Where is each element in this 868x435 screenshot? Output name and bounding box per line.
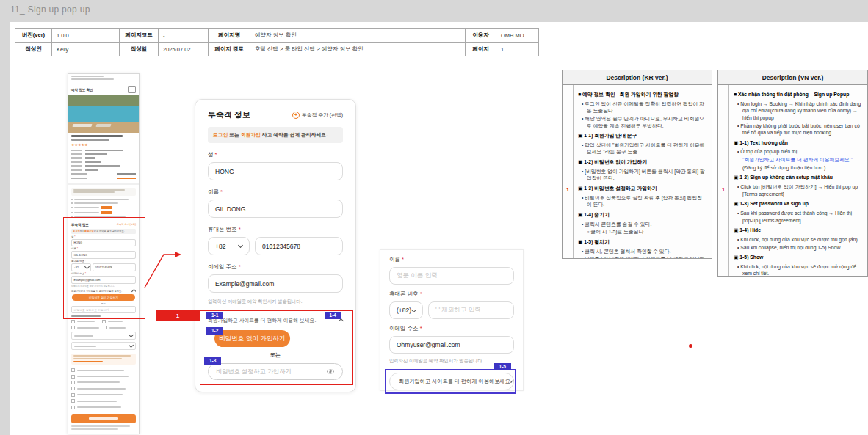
- cell-path-value: 호텔 선택 > 룸 타입 선택 > 예약자 정보 확인: [250, 43, 466, 56]
- kr-panel-title: Description (KR ver.): [563, 70, 712, 85]
- description-line: (Đăng ký để sử dụng thuận tiện hơn.): [734, 164, 862, 172]
- description-line: ▣ 1-3) 비밀번호 설정하고 가입하기: [578, 185, 706, 192]
- mini-firstname-label: 이름 *: [71, 247, 136, 250]
- policy-bullets: [68, 197, 139, 220]
- or-text: 또는: [208, 351, 343, 359]
- mini-set-password-input[interactable]: 비밀번호 설정하고 가입하기: [71, 306, 136, 314]
- thumb-toolbar: 예약 정보 확인: [68, 84, 139, 95]
- mini-firstname-input[interactable]: GIL DONG: [71, 251, 136, 259]
- chevron-up-icon[interactable]: [339, 318, 344, 323]
- annotation-badge-1-1: 1-1: [206, 312, 223, 319]
- request-section: [68, 313, 139, 352]
- eye-icon[interactable]: [326, 368, 335, 375]
- cell-user-value: OMH MO: [496, 29, 539, 43]
- annotation-badge-1-4: 1-4: [325, 312, 341, 319]
- cell-user-label: 이용자: [466, 29, 496, 43]
- mini-email-input[interactable]: Example@gmail.com: [71, 276, 136, 284]
- content-sheet: 버전(ver) 1.0.0 페이지코드 - 페이지명 예약자 정보 확인 이용자…: [10, 22, 868, 435]
- cell-page-label: 페이지: [466, 43, 496, 56]
- cell-pagecode-label: 페이지코드: [120, 29, 159, 43]
- frag-email-label: 이메일 주소 *: [389, 325, 514, 332]
- vn-description-lines: ■ Xác nhận thông tin đặt phòng – Sign up…: [729, 85, 867, 276]
- mini-signup-guide[interactable]: 회원가입하고 사이트를 더 편하게 이용해 보세요.: [71, 289, 136, 293]
- email-label: 이메일 주소 *: [208, 263, 343, 271]
- annotation-badge-1-5: 1-5: [494, 363, 511, 370]
- phone-label: 휴대폰 번호 *: [208, 226, 343, 233]
- dropdown-row[interactable]: [71, 332, 136, 340]
- mini-email-label: 이메일 주소 *: [71, 272, 136, 275]
- dropdown-row[interactable]: [71, 342, 136, 350]
- firstname-input[interactable]: GIL DONG: [208, 200, 343, 218]
- chevron-down-icon: [129, 332, 134, 337]
- description-line: ▣ 1-5) Show: [734, 254, 862, 261]
- description-line: • 클릭시 콘텐츠를 숨길 수 있다.: [578, 221, 706, 228]
- spec-info-table: 버전(ver) 1.0.0 페이지코드 - 페이지명 예약자 정보 확인 이용자…: [15, 28, 539, 56]
- cell-version-label: 버전(ver): [15, 29, 52, 43]
- email-help-text: 입력하신 이메일로 예약 확인서가 발송됩니다.: [208, 299, 343, 305]
- signup-guide-row[interactable]: 회원가입하고 사이트를 더 편하게 이용해 보세요.: [208, 315, 343, 325]
- chevron-down-icon: [129, 343, 134, 348]
- mini-add-guest-link[interactable]: 투숙객 추가 (선택): [117, 223, 136, 226]
- frag-firstname-input[interactable]: 영문 이름 입력: [389, 267, 514, 285]
- set-password-input[interactable]: 비밀번호 설정하고 가입하기: [208, 363, 343, 380]
- spec-document: { "page": { "title": "11_ Sign up pop up…: [0, 0, 868, 435]
- description-line: • Ở top của pop-up hiển thị: [734, 148, 862, 156]
- mini-country-select[interactable]: +82: [71, 263, 91, 271]
- description-line: "회원가입하고 사이트를 더 편하게 이용해보세요.": [734, 156, 862, 164]
- mini-guest-form: 투숙객 정보 투숙객 추가 (선택) 로그인 또는 회원가입 하고 예약을 쉽게…: [68, 220, 139, 313]
- login-link[interactable]: 로그인: [213, 132, 228, 137]
- price-row: [68, 173, 139, 175]
- description-line: • Khi click, nội dung của khu vực sẽ đượ…: [734, 236, 862, 244]
- signup-no-password-button[interactable]: 비밀번호 없이 가입하기: [214, 330, 290, 347]
- signup-collapsed-bar[interactable]: 회원가입하고 사이트를 더 편하게 이용해보세요.: [389, 373, 514, 390]
- cell-pagename-label: 페이지명: [209, 29, 250, 43]
- vn-ref-gutter: 1: [718, 85, 729, 276]
- phone-input[interactable]: 01012345678: [255, 237, 343, 255]
- annotation-badge-1-3: 1-3: [204, 357, 221, 365]
- cell-author-value: Kelly: [52, 43, 120, 56]
- description-line: ▣ 1-5) 펼치기: [578, 238, 706, 246]
- terms-checkbox-list: [68, 366, 139, 412]
- mini-email-help: 입력하신 이메일로 예약 확인서가 발송됩니다.: [71, 285, 136, 288]
- email-input[interactable]: Example@gmail.com: [208, 274, 343, 293]
- firstname-label: 이름 *: [208, 189, 343, 196]
- annotation-dot: [689, 344, 692, 348]
- description-line: ▣ 1-4) Hide: [734, 227, 862, 234]
- mobile-screenshot-thumbnail: 예약 정보 확인 ★★★★★ 투숙객 정보 투: [68, 73, 140, 434]
- country-code-select[interactable]: +82: [208, 237, 250, 255]
- cell-page-value: 1: [496, 43, 539, 56]
- lastname-label: 성 *: [208, 151, 343, 158]
- description-line: • 클릭 시, 콘텐츠 펼쳐서 확인할 수 있다.: [578, 248, 706, 255]
- mini-cta-button[interactable]: [71, 414, 136, 423]
- signup-section: 1 1-1 1-4 1-2 1-3 회원가입하고 사이트를 더 편하게 이용해 …: [208, 315, 343, 380]
- divider: [68, 183, 139, 185]
- signup-link[interactable]: 회원가입: [241, 132, 261, 137]
- add-guest-link[interactable]: + 투숙객 추가 (선택): [292, 112, 343, 119]
- cell-path-label: 페이지 경로: [209, 43, 250, 56]
- description-line: • Non login → Booking → Khi nhập chính x…: [734, 100, 862, 122]
- description-line: ◦ 클릭 시 1-5)로 노출된다.: [578, 228, 706, 235]
- description-line: • 타이틀 내용 "회원가입하고 사이트를 더 편하게 이용해 보세요."으로 …: [578, 255, 706, 258]
- description-line: ▣ 1-1) Text hướng dẫn: [734, 139, 862, 147]
- cell-date-label: 작성일: [120, 43, 159, 56]
- terms-highlight-note: [71, 354, 136, 365]
- mini-login-notice: 로그인 또는 회원가입 하고 예약을 쉽게 관리하세요.: [71, 229, 136, 234]
- promo-notice: [71, 188, 136, 196]
- mini-signup-no-password-button[interactable]: 비밀번호 없이 가입하기: [72, 294, 135, 301]
- annotation-ref-1: 1: [156, 310, 200, 321]
- frag-phone-input[interactable]: '-' 제외하고 입력: [428, 301, 514, 319]
- cell-version-value: 1.0.0: [52, 29, 120, 43]
- mini-or-text: 또는: [71, 302, 136, 305]
- booking-detail-rows: [68, 147, 139, 173]
- lastname-input[interactable]: HONG: [208, 162, 343, 180]
- guest-info-card: 투숙객 정보 + 투숙객 추가 (선택) 로그인 또는 회원가입 하고 예약을 …: [195, 99, 356, 392]
- login-signup-notice: 로그인 또는 회원가입 하고 예약을 쉽게 관리하세요.: [208, 127, 343, 143]
- kr-ref-gutter: 1: [563, 85, 574, 258]
- description-line: • 로그인 없이 신규 이메일을 정확히 입력하면 팝업이 자동 노출된다.: [578, 100, 706, 114]
- mini-lastname-input[interactable]: HONG: [71, 239, 136, 247]
- mini-phone-input[interactable]: 01012345678: [93, 263, 136, 271]
- frag-country-select[interactable]: (+82): [389, 301, 423, 319]
- description-panel-vn: Description (VN ver.) 1 ■ Xác nhận thông…: [717, 70, 868, 277]
- description-line: ▣ 1-2) Sign up không cần setup mật khẩu: [734, 174, 862, 181]
- frag-email-input[interactable]: Ohmyuser@gmail.com: [389, 336, 514, 354]
